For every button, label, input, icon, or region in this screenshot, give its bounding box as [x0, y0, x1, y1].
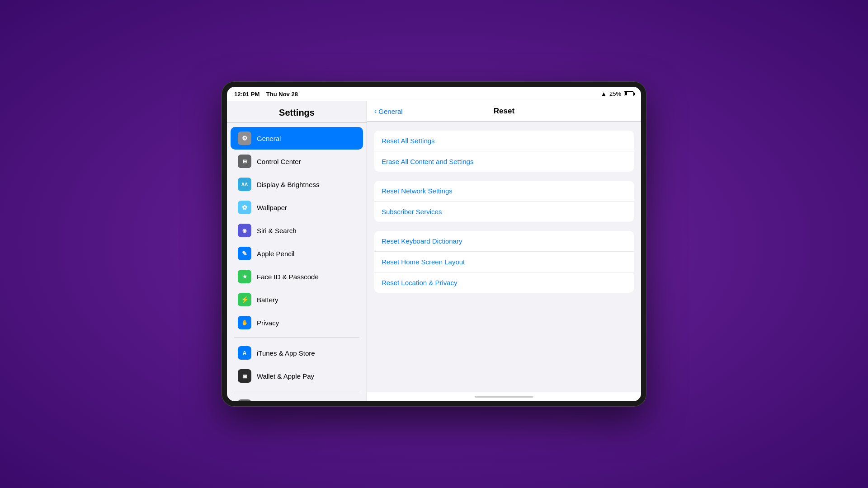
privacy-label: Privacy	[257, 319, 279, 327]
subscriber-services-label: Subscriber Services	[382, 208, 442, 216]
sidebar-list: ⚙ General ⊞ Control Center AA	[227, 123, 367, 401]
battery-percent: 25%	[609, 90, 621, 97]
sidebar-item-general[interactable]: ⚙ General	[231, 127, 363, 150]
general-icon: ⚙	[238, 131, 251, 145]
reset-home-screen-label: Reset Home Screen Layout	[382, 258, 465, 266]
battery-icon	[624, 91, 634, 96]
passwords-icon: ⬡	[238, 399, 251, 401]
reset-keyboard-item[interactable]: Reset Keyboard Dictionary	[374, 231, 634, 252]
sidebar-divider-1	[234, 338, 359, 338]
apple-pencil-icon: ✎	[238, 247, 251, 260]
sidebar-item-itunes[interactable]: A iTunes & App Store	[231, 342, 363, 364]
sidebar-item-wallet[interactable]: ▣ Wallet & Apple Pay	[231, 365, 363, 387]
sidebar-item-wallpaper[interactable]: ✿ Wallpaper	[231, 196, 363, 219]
sidebar-item-apple-pencil[interactable]: ✎ Apple Pencil	[231, 242, 363, 265]
reset-group-1: Reset All Settings Erase All Content and…	[374, 131, 634, 172]
itunes-icon: A	[238, 346, 251, 360]
battery-label: Battery	[257, 296, 278, 304]
reset-keyboard-label: Reset Keyboard Dictionary	[382, 237, 462, 245]
back-button[interactable]: ‹ General	[374, 107, 403, 115]
sidebar: Settings ⚙ General ⊞ Control Cen	[227, 101, 367, 401]
wallet-icon: ▣	[238, 369, 251, 383]
erase-all-content-label: Erase All Content and Settings	[382, 158, 473, 165]
subscriber-services-item[interactable]: Subscriber Services	[374, 202, 634, 222]
sidebar-header: Settings	[227, 101, 367, 123]
reset-location-label: Reset Location & Privacy	[382, 279, 458, 286]
control-center-label: Control Center	[257, 158, 301, 165]
status-right: ▲ 25%	[601, 90, 634, 97]
reset-home-screen-item[interactable]: Reset Home Screen Layout	[374, 252, 634, 272]
siri-search-icon: ◉	[238, 224, 251, 237]
sidebar-item-passwords[interactable]: ⬡ Passwords & Accounts	[231, 395, 363, 401]
reset-network-label: Reset Network Settings	[382, 187, 453, 195]
reset-group-2: Reset Network Settings Subscriber Servic…	[374, 181, 634, 222]
detail-header: ‹ General Reset	[367, 101, 641, 122]
detail-title: Reset	[494, 107, 514, 116]
ipad-screen: 12:01 PM Thu Nov 28 ▲ 25% Settings	[227, 87, 641, 401]
sidebar-divider-2	[234, 391, 359, 391]
apple-pencil-label: Apple Pencil	[257, 250, 294, 258]
status-bar: 12:01 PM Thu Nov 28 ▲ 25%	[227, 87, 641, 101]
sidebar-item-face-id[interactable]: ★ Face ID & Passcode	[231, 265, 363, 288]
wifi-icon: ▲	[601, 90, 607, 97]
wallet-label: Wallet & Apple Pay	[257, 372, 314, 380]
siri-search-label: Siri & Search	[257, 227, 297, 235]
reset-all-settings-label: Reset All Settings	[382, 137, 435, 145]
detail-panel: ‹ General Reset Reset All Settings Erase…	[367, 101, 641, 401]
erase-all-content-item[interactable]: Erase All Content and Settings	[374, 151, 634, 172]
back-label: General	[378, 108, 402, 115]
sidebar-item-siri-search[interactable]: ◉ Siri & Search	[231, 219, 363, 242]
reset-all-settings-item[interactable]: Reset All Settings	[374, 131, 634, 151]
itunes-label: iTunes & App Store	[257, 349, 315, 357]
wallpaper-icon: ✿	[238, 201, 251, 214]
face-id-icon: ★	[238, 270, 251, 283]
privacy-icon: ✋	[238, 316, 251, 329]
wallpaper-label: Wallpaper	[257, 204, 287, 211]
back-chevron-icon: ‹	[374, 107, 377, 115]
face-id-label: Face ID & Passcode	[257, 273, 319, 281]
display-brightness-label: Display & Brightness	[257, 181, 319, 188]
control-center-icon: ⊞	[238, 155, 251, 168]
date-text: Thu Nov 28	[266, 91, 298, 98]
home-indicator	[367, 392, 641, 401]
reset-location-item[interactable]: Reset Location & Privacy	[374, 272, 634, 293]
detail-content: Reset All Settings Erase All Content and…	[367, 122, 641, 392]
sidebar-item-battery[interactable]: ⚡ Battery	[231, 288, 363, 311]
home-bar	[475, 396, 533, 398]
battery-fill	[625, 92, 627, 95]
display-brightness-icon: AA	[238, 178, 251, 191]
main-content: Settings ⚙ General ⊞ Control Cen	[227, 101, 641, 401]
status-time: 12:01 PM Thu Nov 28	[234, 91, 298, 98]
reset-group-3: Reset Keyboard Dictionary Reset Home Scr…	[374, 231, 634, 293]
sidebar-item-display-brightness[interactable]: AA Display & Brightness	[231, 173, 363, 196]
battery-sidebar-icon: ⚡	[238, 293, 251, 306]
general-label: General	[257, 135, 281, 142]
status-left: 12:01 PM Thu Nov 28	[234, 90, 298, 98]
reset-network-item[interactable]: Reset Network Settings	[374, 181, 634, 202]
sidebar-item-privacy[interactable]: ✋ Privacy	[231, 311, 363, 334]
time-text: 12:01 PM	[234, 91, 259, 98]
sidebar-item-control-center[interactable]: ⊞ Control Center	[231, 150, 363, 173]
ipad-frame: 12:01 PM Thu Nov 28 ▲ 25% Settings	[222, 81, 646, 407]
sidebar-title: Settings	[234, 108, 359, 118]
